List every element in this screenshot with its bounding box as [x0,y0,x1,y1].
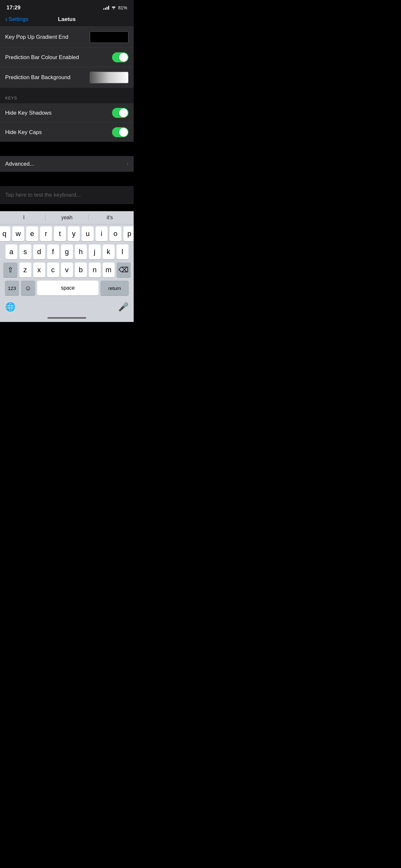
key-w[interactable]: w [12,226,24,241]
home-indicator [0,315,134,322]
back-label: Settings [8,16,28,23]
advanced-section: Advanced... › [0,156,134,172]
key-h[interactable]: h [75,244,87,259]
prediction-word-3[interactable]: it's [89,215,131,221]
key-x[interactable]: x [33,262,45,277]
setting-label: Prediction Bar Colour Enabled [5,54,79,61]
key-a[interactable]: a [5,244,18,259]
prediction-word-1[interactable]: I [3,215,45,221]
advanced-row[interactable]: Advanced... › [0,156,134,172]
key-j[interactable]: j [89,244,101,259]
color-swatch-gradient[interactable] [90,72,128,83]
key-o[interactable]: o [110,226,121,241]
setting-label: Hide Key Shadows [5,110,52,116]
wifi-icon [111,5,116,10]
prediction-bar: I yeah it's [0,211,134,224]
signal-icon [103,6,109,10]
key-v[interactable]: v [61,262,73,277]
toggle-hide-key-shadows[interactable] [112,108,128,118]
setting-row-hide-key-shadows: Hide Key Shadows [0,103,134,123]
advanced-label: Advanced... [5,161,34,167]
microphone-icon[interactable]: 🎤 [118,302,128,312]
key-g[interactable]: g [61,244,73,259]
key-n[interactable]: n [89,262,101,277]
settings-section-keys: Hide Key Shadows Hide Key Caps [0,103,134,142]
keyboard-container: I yeah it's q w e r t y u i o p a s d f … [0,211,134,322]
status-icons: 81% [103,5,127,10]
return-button[interactable]: return [100,281,129,296]
toggle-prediction-bar-colour-enabled[interactable] [112,52,128,62]
key-c[interactable]: c [47,262,59,277]
globe-icon[interactable]: 🌐 [5,302,16,312]
key-s[interactable]: s [19,244,31,259]
setting-row-hide-key-caps: Hide Key Caps [0,123,134,142]
chevron-right-icon: › [127,160,128,167]
key-row-3: ⇧ z x c v b n m ⌫ [1,262,132,277]
setting-row-prediction-bar-background: Prediction Bar Background [0,67,134,88]
key-p[interactable]: p [123,226,134,241]
key-row-2: a s d f g h j k l [1,244,132,259]
key-i[interactable]: i [96,226,107,241]
toggle-knob [119,108,128,117]
setting-label: Key Pop Up Gradient End [5,34,68,40]
setting-row-key-popup-gradient-end: Key Pop Up Gradient End [0,27,134,48]
black-gap [0,204,134,211]
key-row-1: q w e r t y u i o p [1,226,132,241]
key-q[interactable]: q [0,226,10,241]
toggle-knob [119,53,128,62]
svg-point-0 [113,8,114,9]
keyboard-test-placeholder: Tap here to test the keyboard... [5,192,81,198]
battery-text: 81% [118,5,127,10]
key-f[interactable]: f [47,244,59,259]
keys-section-header: KEYS [0,88,134,103]
nav-bar: ‹ Settings Laetus [0,13,134,27]
prediction-word-2[interactable]: yeah [45,215,88,221]
divider [0,142,134,149]
settings-section-colors: Key Pop Up Gradient End Prediction Bar C… [0,27,134,88]
divider-black [0,172,134,179]
setting-label: Hide Key Caps [5,129,42,135]
key-e[interactable]: e [26,226,38,241]
toggle-knob [119,128,128,136]
key-d[interactable]: d [33,244,45,259]
key-t[interactable]: t [54,226,66,241]
key-r[interactable]: r [40,226,52,241]
space-button[interactable]: space [37,281,98,296]
page-title: Laetus [58,16,76,23]
key-k[interactable]: k [103,244,115,259]
key-l[interactable]: l [117,244,128,259]
keyboard-bottom-bar: 🌐 🎤 [0,300,134,315]
home-bar [48,317,86,319]
toggle-hide-key-caps[interactable] [112,127,128,137]
key-row-4: 123 ☺ space return [1,281,132,296]
emoji-button[interactable]: ☺ [21,281,35,296]
shift-button[interactable]: ⇧ [3,262,18,277]
key-z[interactable]: z [19,262,31,277]
setting-row-prediction-bar-colour-enabled: Prediction Bar Colour Enabled [0,48,134,67]
number-switch-button[interactable]: 123 [5,281,19,296]
key-b[interactable]: b [75,262,87,277]
key-y[interactable]: y [68,226,80,241]
chevron-left-icon: ‹ [5,16,7,23]
section-header-text: KEYS [5,96,17,100]
back-button[interactable]: ‹ Settings [5,16,28,23]
color-swatch-black[interactable] [90,31,128,43]
setting-label: Prediction Bar Background [5,74,70,81]
keyboard-test-area[interactable]: Tap here to test the keyboard... [0,186,134,204]
key-rows: q w e r t y u i o p a s d f g h j k l ⇧ … [0,224,134,300]
status-time: 17:29 [6,4,20,11]
key-m[interactable]: m [103,262,115,277]
status-bar: 17:29 81% [0,0,134,13]
key-u[interactable]: u [82,226,94,241]
delete-button[interactable]: ⌫ [117,262,131,277]
